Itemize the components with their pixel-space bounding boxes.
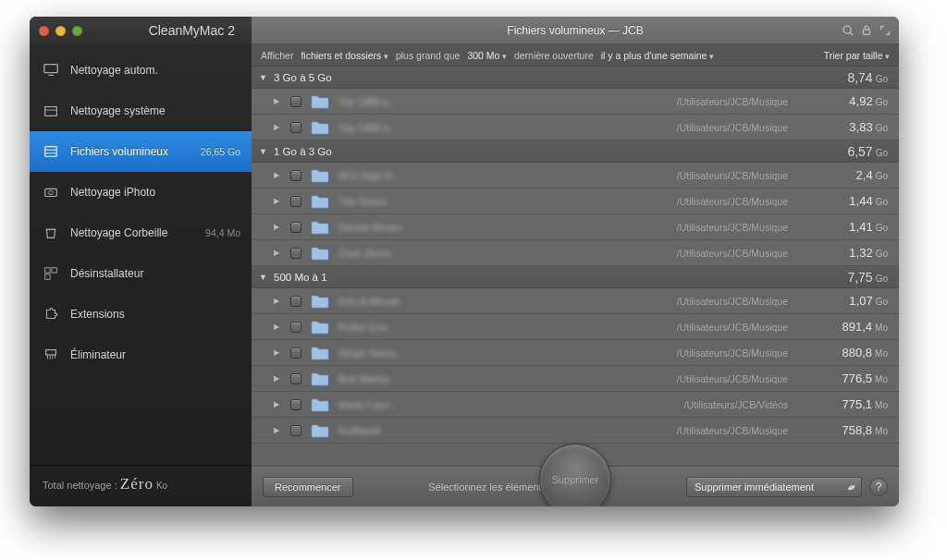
sidebar-item-0[interactable]: Nettoyage autom.	[30, 50, 252, 91]
checkbox[interactable]	[290, 170, 301, 181]
disclose-icon[interactable]: ▶	[274, 348, 283, 357]
disclose-icon[interactable]: ▶	[274, 426, 283, 434]
file-size: 776,5Mo	[812, 371, 888, 385]
sidebar-items: Nettoyage autom. Nettoyage système Fichi…	[30, 44, 252, 465]
checkbox[interactable]	[290, 248, 301, 259]
disclose-icon[interactable]: ▶	[274, 171, 283, 179]
table-row[interactable]: ▶ Serge Gains.. /Utilisateurs/JCB/Musiqu…	[252, 340, 899, 366]
table-row[interactable]: ▶ Top 1000 s.. /Utilisateurs/JCB/Musique…	[252, 89, 899, 115]
svg-rect-12	[45, 274, 50, 279]
search-icon[interactable]	[842, 24, 855, 37]
file-size: 4,92Go	[812, 94, 888, 108]
disclose-icon[interactable]: ▶	[274, 323, 283, 331]
page-title: Fichiers volumineux — JCB	[507, 24, 643, 37]
lock-icon[interactable]	[860, 24, 873, 37]
filter-bar: Afficher fichiers et dossiers plus grand…	[252, 44, 899, 67]
file-list[interactable]: ▼ 3 Go à 5 Go 8,74Go▶ Top 1000 s.. /Util…	[252, 67, 899, 466]
checkbox[interactable]	[290, 96, 301, 107]
folder-icon	[311, 94, 329, 109]
checkbox[interactable]	[290, 322, 301, 333]
delete-button[interactable]: Supprimer	[539, 444, 611, 506]
group-header[interactable]: ▼ 3 Go à 5 Go 8,74Go	[252, 67, 899, 89]
file-size: 1,44Go	[812, 194, 888, 208]
file-name: The Doors	[338, 196, 468, 207]
filter-type[interactable]: fichiers et dossiers	[301, 50, 387, 61]
checkbox[interactable]	[290, 399, 301, 410]
folder-icon	[311, 294, 329, 309]
sidebar-item-2[interactable]: Fichiers volumineux 26,65 Go	[30, 131, 252, 172]
sidebar-item-4[interactable]: Nettoyage Corbeille 94,4 Mo	[30, 213, 252, 253]
sidebar-item-6[interactable]: Extensions	[30, 294, 252, 335]
filter-size[interactable]: 300 Mo	[467, 50, 507, 61]
monitor-icon	[41, 61, 61, 79]
disclose-icon[interactable]: ▶	[274, 197, 283, 205]
chevron-updown-icon: ▴▾	[848, 482, 854, 492]
sidebar-item-5[interactable]: Désinstallateur	[30, 253, 252, 294]
file-size: 891,4Mo	[812, 320, 888, 334]
folder-icon	[311, 220, 329, 235]
help-button[interactable]: ?	[869, 478, 888, 496]
disclose-icon[interactable]: ▶	[274, 223, 283, 231]
checkbox[interactable]	[290, 425, 301, 436]
delete-mode-dropdown[interactable]: Supprimer immédiatement ▴▾	[686, 477, 862, 497]
disclose-icon[interactable]: ▶	[274, 123, 283, 131]
sidebar-item-7[interactable]: Éliminateur	[30, 335, 252, 375]
file-size: 1,32Go	[812, 246, 888, 260]
folder-icon	[311, 320, 329, 335]
restart-button[interactable]: Recommencer	[263, 477, 353, 497]
disclose-icon: ▼	[259, 147, 268, 156]
checkbox[interactable]	[290, 373, 301, 384]
minimize-icon[interactable]	[55, 26, 66, 36]
titlebar: CleanMyMac 2	[30, 17, 252, 44]
sidebar-item-3[interactable]: Nettoyage iPhoto	[30, 172, 252, 213]
file-size: 1,07Go	[812, 294, 888, 308]
zoom-icon[interactable]	[72, 26, 82, 36]
sidebar-item-label: Éliminateur	[70, 348, 240, 361]
table-row[interactable]: ▶ Marie-Caro.. /Utilisateurs/JCB/Vidéos …	[252, 392, 899, 418]
file-name: Top 1000 s..	[338, 122, 468, 133]
puzzle-icon	[41, 305, 61, 323]
filter-when[interactable]: il y a plus d'une semaine	[601, 50, 714, 61]
fullscreen-icon[interactable]	[879, 24, 892, 37]
footer-unit: Ko	[156, 481, 167, 491]
disclose-icon[interactable]: ▶	[274, 400, 283, 408]
main-panel: Fichiers volumineux — JCB Afficher fichi…	[252, 17, 899, 506]
table-row[interactable]: ▶ Eek-A-Mouse /Utilisateurs/JCB/Musique …	[252, 288, 899, 314]
checkbox[interactable]	[290, 122, 301, 133]
folder-icon	[311, 194, 329, 209]
disclose-icon[interactable]: ▶	[274, 97, 283, 105]
file-size: 758,8Mo	[812, 423, 888, 437]
group-label: 3 Go à 5 Go	[274, 72, 847, 83]
file-path: /Utilisateurs/JCB/Musique	[468, 196, 812, 207]
table-row[interactable]: ▶ Dennis Brown /Utilisateurs/JCB/Musique…	[252, 214, 899, 240]
group-label: 500 Mo à 1	[274, 272, 847, 283]
footer-value: Zéro	[120, 475, 154, 493]
group-size: 6,57Go	[847, 144, 888, 159]
table-row[interactable]: ▶ The Doors /Utilisateurs/JCB/Musique 1,…	[252, 189, 899, 214]
table-row[interactable]: ▶ Zouk divers /Utilisateurs/JCB/Musique …	[252, 240, 899, 266]
sidebar-item-value: 26,65 Go	[201, 146, 240, 157]
checkbox[interactable]	[290, 296, 301, 307]
sidebar-item-1[interactable]: Nettoyage système	[30, 91, 252, 131]
checkbox[interactable]	[290, 222, 301, 233]
table-row[interactable]: ▶ Top 1000 s.. /Utilisateurs/JCB/Musique…	[252, 115, 899, 140]
checkbox[interactable]	[290, 347, 301, 359]
svg-rect-0	[44, 65, 57, 73]
checkbox[interactable]	[290, 196, 301, 207]
table-row[interactable]: ▶ 80's Giga H.. /Utilisateurs/JCB/Musiqu…	[252, 163, 899, 189]
disclose-icon[interactable]: ▶	[274, 297, 283, 305]
table-row[interactable]: ▶ Kraftwerk /Utilisateurs/JCB/Musique 75…	[252, 418, 899, 444]
sidebar-item-label: Extensions	[70, 308, 240, 321]
group-header[interactable]: ▼ 500 Mo à 1 7,75Go	[252, 266, 899, 288]
disclose-icon[interactable]: ▶	[274, 249, 283, 257]
sort-control[interactable]: Trier par taille	[824, 50, 890, 61]
box-icon	[41, 102, 61, 120]
file-name: Bob Marley	[338, 373, 468, 384]
table-row[interactable]: ▶ Public Ene.. /Utilisateurs/JCB/Musique…	[252, 314, 899, 340]
disclose-icon[interactable]: ▶	[274, 374, 283, 383]
table-row[interactable]: ▶ Bob Marley /Utilisateurs/JCB/Musique 7…	[252, 366, 899, 392]
close-icon[interactable]	[39, 26, 49, 36]
sidebar-item-label: Nettoyage Corbeille	[70, 226, 205, 239]
file-path: /Utilisateurs/JCB/Musique	[468, 373, 812, 384]
group-header[interactable]: ▼ 1 Go à 3 Go 6,57Go	[252, 140, 899, 163]
